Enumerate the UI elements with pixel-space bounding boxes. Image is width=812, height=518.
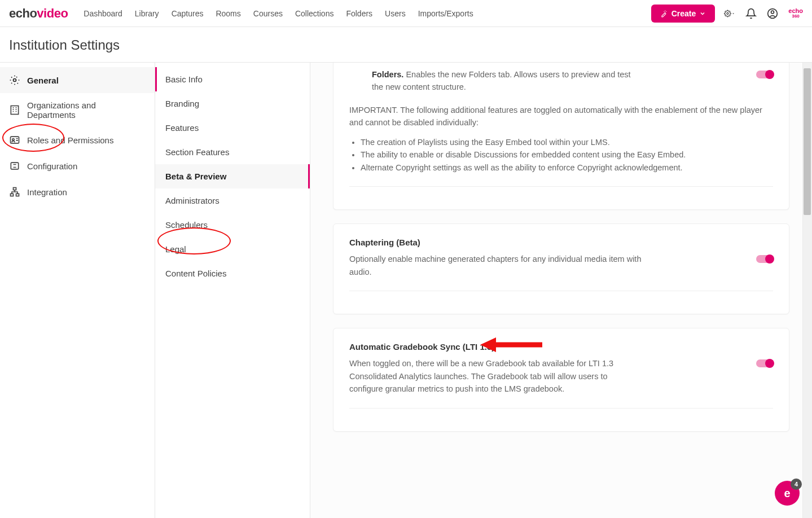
- wand-icon: [660, 10, 668, 17]
- gear-icon: [9, 74, 20, 86]
- sidebar2-section-features[interactable]: Section Features: [155, 140, 310, 164]
- important-bullets: The creation of Playlists using the Easy…: [361, 136, 773, 174]
- gradebook-toggle[interactable]: [756, 359, 773, 367]
- bell-icon: [745, 8, 757, 19]
- content-wrap: General Organizations and Departments Ro…: [0, 62, 812, 518]
- gradebook-text: When toggled on, there will be a new Gra…: [349, 357, 643, 395]
- caret-down-icon: [731, 11, 735, 16]
- sidebar2-schedulers[interactable]: Schedulers: [155, 213, 310, 237]
- sidebar1-orgs[interactable]: Organizations and Departments: [0, 93, 155, 127]
- create-button[interactable]: Create: [651, 5, 716, 23]
- important-note: IMPORTANT. The following additional feat…: [349, 104, 773, 129]
- logo-text-1: echo: [9, 6, 37, 20]
- svg-rect-10: [16, 194, 19, 196]
- sidebar1-general[interactable]: General: [0, 67, 155, 93]
- nav-library[interactable]: Library: [135, 9, 159, 18]
- svg-point-0: [727, 12, 728, 14]
- scrollbar-track[interactable]: [802, 63, 812, 518]
- chat-widget[interactable]: e 4: [775, 481, 800, 506]
- account-button[interactable]: [767, 8, 778, 19]
- sidebar2-features[interactable]: Features: [155, 116, 310, 140]
- sidebar-primary: General Organizations and Departments Ro…: [0, 63, 155, 518]
- sidebar1-config[interactable]: Configuration: [0, 153, 155, 179]
- scrollbar-thumb[interactable]: [804, 68, 811, 215]
- header-actions: echo 360: [724, 8, 803, 19]
- svg-point-6: [12, 139, 14, 141]
- sidebar-secondary: Basic Info Branding Features Section Fea…: [155, 63, 310, 518]
- sidebar2-beta-preview[interactable]: Beta & Preview: [155, 164, 310, 188]
- brand-logo[interactable]: echovideo: [9, 6, 68, 21]
- main-content: Folders. Enables the new Folders tab. Al…: [310, 63, 812, 518]
- card-chaptering: Chaptering (Beta) Optionally enable mach…: [333, 223, 789, 314]
- sidebar1-label: General: [27, 76, 59, 85]
- card-folders-feature: Folders. Enables the new Folders tab. Al…: [333, 63, 789, 210]
- gear-icon: [724, 8, 731, 19]
- chaptering-text: Optionally enable machine generated chap…: [349, 253, 643, 278]
- create-label: Create: [671, 9, 696, 18]
- card-gradebook: Automatic Gradebook Sync (LTI 1.3) When …: [333, 328, 789, 431]
- sidebar2-basic-info[interactable]: Basic Info: [155, 67, 310, 91]
- svg-rect-7: [11, 163, 18, 169]
- sidebar1-roles[interactable]: Roles and Permissions: [0, 127, 155, 153]
- top-header: echovideo Dashboard Library Captures Roo…: [0, 0, 812, 27]
- chaptering-toggle[interactable]: [756, 255, 773, 263]
- building-icon: [9, 104, 20, 116]
- folders-toggle[interactable]: [756, 71, 773, 78]
- nav-folders[interactable]: Folders: [346, 9, 372, 18]
- svg-rect-9: [11, 194, 14, 196]
- svg-point-2: [771, 11, 774, 14]
- mini-logo[interactable]: echo 360: [788, 8, 803, 19]
- chat-badge: 4: [791, 479, 802, 490]
- nav-imports-exports[interactable]: Imports/Exports: [418, 9, 473, 18]
- page-title: Institution Settings: [0, 27, 812, 62]
- svg-point-3: [14, 79, 16, 82]
- notifications-button[interactable]: [745, 8, 757, 19]
- nav-rooms[interactable]: Rooms: [216, 9, 240, 18]
- folders-text: Folders. Enables the new Folders tab. Al…: [372, 68, 643, 94]
- user-circle-icon: [767, 8, 778, 19]
- svg-rect-8: [14, 188, 16, 190]
- sidebar1-label: Configuration: [27, 161, 77, 171]
- logo-text-2: video: [37, 6, 68, 20]
- nav-users[interactable]: Users: [385, 9, 406, 18]
- sidebar1-label: Integration: [27, 187, 67, 197]
- sidebar2-content-policies[interactable]: Content Policies: [155, 261, 310, 286]
- sidebar2-administrators[interactable]: Administrators: [155, 188, 310, 213]
- gradebook-title: Automatic Gradebook Sync (LTI 1.3): [349, 342, 773, 352]
- svg-rect-4: [11, 106, 18, 115]
- nav-courses[interactable]: Courses: [253, 9, 283, 18]
- chevron-down-icon: [699, 10, 706, 17]
- nav-collections[interactable]: Collections: [295, 9, 333, 18]
- divider: [349, 186, 773, 187]
- divider: [349, 408, 773, 409]
- id-card-icon: [9, 134, 20, 146]
- sliders-icon: [9, 160, 20, 172]
- chat-letter: e: [784, 487, 790, 500]
- sidebar2-branding[interactable]: Branding: [155, 91, 310, 116]
- top-nav: Dashboard Library Captures Rooms Courses…: [84, 9, 651, 18]
- network-icon: [9, 186, 20, 197]
- chaptering-title: Chaptering (Beta): [349, 238, 773, 247]
- nav-captures[interactable]: Captures: [172, 9, 204, 18]
- settings-dropdown[interactable]: [724, 8, 735, 19]
- nav-dashboard[interactable]: Dashboard: [84, 9, 122, 18]
- sidebar2-legal[interactable]: Legal: [155, 237, 310, 261]
- sidebar1-integration[interactable]: Integration: [0, 179, 155, 205]
- sidebar1-label: Roles and Permissions: [27, 135, 113, 145]
- sidebar1-label: Organizations and Departments: [27, 100, 146, 120]
- divider: [349, 291, 773, 291]
